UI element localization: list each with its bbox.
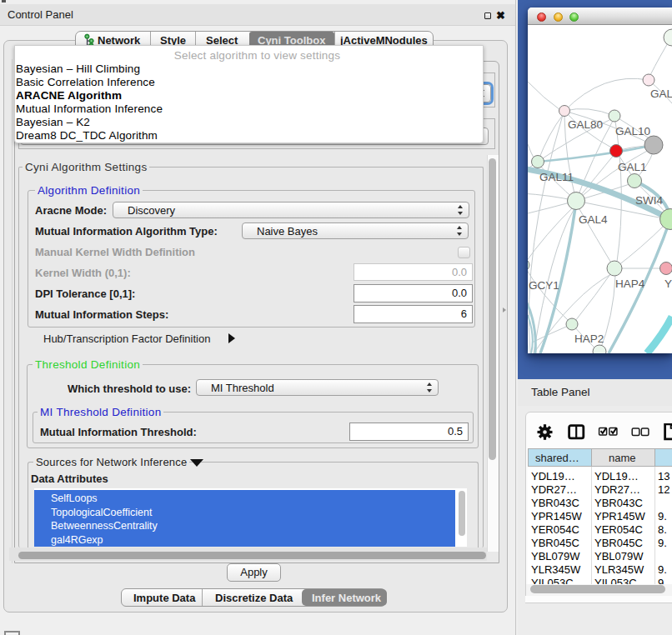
svg-text:GAL4: GAL4 (579, 213, 608, 226)
svg-text:GAL80: GAL80 (568, 118, 603, 131)
svg-text:YB: YB (664, 278, 672, 290)
svg-text:GAL7: GAL7 (650, 88, 672, 100)
svg-text:SWI4: SWI4 (635, 194, 663, 207)
svg-text:GAL1: GAL1 (618, 161, 647, 173)
svg-text:HAP4: HAP4 (615, 278, 645, 290)
svg-text:HAP2: HAP2 (574, 332, 604, 345)
svg-text:GAL11: GAL11 (539, 171, 574, 183)
svg-text:GAL10: GAL10 (615, 125, 650, 138)
svg-text:GCY1: GCY1 (529, 279, 559, 292)
